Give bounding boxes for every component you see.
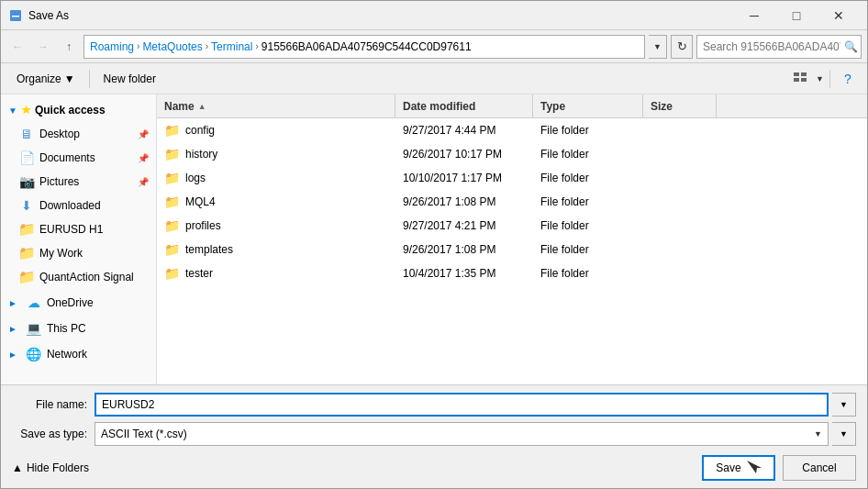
cell-name-4: 📁 profiles — [157, 218, 395, 233]
saveastype-row: Save as type: ASCII Text (*.csv) ▼ ▼ — [12, 422, 856, 446]
chevron-icon: › — [137, 41, 139, 51]
col-header-name[interactable]: Name ▲ — [157, 94, 395, 117]
svg-rect-2 — [794, 72, 799, 76]
saveastype-dropdown-arrow: ▼ — [814, 429, 822, 439]
cell-type-5: File folder — [533, 243, 643, 256]
sidebar-item-desktop[interactable]: 🖥 Desktop 📌 — [1, 122, 156, 146]
file-name-3: MQL4 — [185, 195, 216, 208]
mywork-folder-icon: 📁 — [19, 246, 34, 261]
desktop-icon: 🖥 — [19, 127, 34, 141]
sidebar-item-eurusd[interactable]: 📁 EURUSD H1 — [1, 217, 156, 241]
bottom-area: File name: ▼ Save as type: ASCII Text (*… — [1, 384, 867, 488]
folder-icon-1: 📁 — [164, 147, 180, 161]
search-box[interactable]: 🔍 — [696, 35, 862, 59]
sort-arrow-icon: ▲ — [198, 102, 206, 111]
sidebar-item-network[interactable]: ► 🌐 Network — [1, 342, 156, 366]
cursor-save-icon — [747, 461, 762, 475]
maximize-button[interactable]: □ — [775, 1, 818, 30]
sidebar-item-quantaction[interactable]: 📁 QuantAction Signal — [1, 265, 156, 289]
cell-type-4: File folder — [533, 219, 643, 232]
toolbar-separator-1 — [89, 70, 90, 88]
address-path[interactable]: Roaming › MetaQuotes › Terminal › 915566… — [83, 35, 645, 59]
main-area: ▼ ★ Quick access 🖥 Desktop 📌 📄 Documents… — [1, 94, 867, 384]
path-segment-id: 915566BA06ADA407569C544CC0D97611 — [262, 40, 472, 53]
col-header-date[interactable]: Date modified — [395, 94, 533, 117]
chevron-icon-3: › — [255, 41, 258, 51]
cell-date-2: 10/10/2017 1:17 PM — [395, 172, 533, 184]
sidebar-item-mywork-label: My Work — [39, 247, 83, 260]
cell-date-6: 10/4/2017 1:35 PM — [395, 267, 533, 280]
table-row[interactable]: 📁 logs 10/10/2017 1:17 PM File folder — [157, 166, 867, 190]
sidebar-item-pictures[interactable]: 📷 Pictures 📌 — [1, 170, 156, 194]
toolbar: Organize ▼ New folder ▼ ? — [1, 63, 867, 94]
chevron-right-icon-2: ► — [8, 324, 17, 334]
cell-name-3: 📁 MQL4 — [157, 194, 395, 209]
file-name-2: logs — [185, 172, 206, 184]
sidebar-item-network-label: Network — [47, 348, 87, 361]
path-segment-terminal[interactable]: Terminal — [211, 40, 252, 53]
quick-access-label: Quick access — [35, 104, 106, 117]
sidebar-item-documents[interactable]: 📄 Documents 📌 — [1, 146, 156, 170]
col-header-type[interactable]: Type — [533, 94, 643, 117]
documents-icon: 📄 — [19, 150, 34, 165]
quick-access-icon: ★ — [21, 104, 31, 117]
download-folder-icon: ⬇ — [19, 198, 34, 213]
hide-folders-button[interactable]: ▲ Hide Folders — [12, 461, 89, 474]
sidebar-item-eurusd-label: EURUSD H1 — [39, 223, 103, 236]
view-button[interactable] — [788, 67, 812, 91]
folder-icon-0: 📁 — [164, 123, 180, 138]
svg-rect-3 — [801, 72, 807, 76]
sidebar-item-desktop-label: Desktop — [39, 128, 80, 140]
filename-input-wrapper[interactable] — [95, 393, 829, 417]
table-row[interactable]: 📁 config 9/27/2017 4:44 PM File folder — [157, 118, 867, 142]
sidebar-item-onedrive-label: OneDrive — [47, 296, 94, 309]
file-rows: 📁 config 9/27/2017 4:44 PM File folder 📁… — [157, 118, 867, 384]
close-button[interactable]: ✕ — [818, 1, 860, 30]
file-name-0: config — [185, 124, 215, 137]
filename-dropdown-btn[interactable]: ▼ — [832, 393, 856, 417]
save-button[interactable]: Save — [702, 455, 775, 481]
path-segment-metaquotes[interactable]: MetaQuotes — [142, 40, 202, 53]
cell-type-3: File folder — [533, 195, 643, 208]
table-row[interactable]: 📁 tester 10/4/2017 1:35 PM File folder — [157, 261, 867, 285]
new-folder-label: New folder — [104, 72, 156, 85]
table-row[interactable]: 📁 history 9/26/2017 10:17 PM File folder — [157, 142, 867, 166]
table-row[interactable]: 📁 MQL4 9/26/2017 1:08 PM File folder — [157, 190, 867, 214]
help-button[interactable]: ? — [836, 67, 860, 91]
table-row[interactable]: 📁 templates 9/26/2017 1:08 PM File folde… — [157, 238, 867, 261]
search-input[interactable] — [703, 40, 840, 53]
minimize-button[interactable]: ─ — [733, 1, 775, 30]
path-segment-roaming[interactable]: Roaming — [90, 40, 134, 53]
cell-type-1: File folder — [533, 148, 643, 161]
sidebar-item-downloaded[interactable]: ⬇ Downloaded — [1, 194, 156, 217]
cell-name-5: 📁 templates — [157, 242, 395, 257]
back-button[interactable]: ← — [6, 36, 28, 58]
file-name-6: tester — [185, 267, 213, 280]
cancel-button[interactable]: Cancel — [783, 455, 856, 481]
forward-button[interactable]: → — [32, 36, 54, 58]
new-folder-button[interactable]: New folder — [95, 67, 164, 91]
sidebar-item-onedrive[interactable]: ► ☁ OneDrive — [1, 291, 156, 315]
address-dropdown[interactable]: ▼ — [649, 35, 667, 59]
pin-icon: 📌 — [138, 129, 149, 139]
refresh-button[interactable]: ↻ — [671, 35, 693, 59]
sidebar-item-thispc[interactable]: ► 💻 This PC — [1, 317, 156, 340]
file-name-1: history — [185, 148, 217, 161]
up-button[interactable]: ↑ — [58, 36, 80, 58]
quick-access-header[interactable]: ▼ ★ Quick access — [1, 98, 156, 122]
saveastype-dropdown[interactable]: ASCII Text (*.csv) ▼ — [95, 422, 829, 446]
organize-button[interactable]: Organize ▼ — [8, 67, 83, 91]
folder-icon-6: 📁 — [164, 266, 180, 281]
quick-access-section: ▼ ★ Quick access 🖥 Desktop 📌 📄 Documents… — [1, 98, 156, 289]
filename-input[interactable] — [102, 398, 821, 411]
chevron-down-icon: ▼ — [8, 106, 17, 116]
table-row[interactable]: 📁 profiles 9/27/2017 4:21 PM File folder — [157, 214, 867, 238]
sidebar-item-mywork[interactable]: 📁 My Work — [1, 241, 156, 265]
col-header-size[interactable]: Size — [643, 94, 717, 117]
sidebar-item-thispc-label: This PC — [47, 322, 86, 335]
onedrive-icon: ☁ — [27, 295, 41, 310]
file-name-5: templates — [185, 243, 233, 256]
saveastype-dropdown-btn[interactable]: ▼ — [832, 422, 856, 446]
cell-type-6: File folder — [533, 267, 643, 280]
chevron-up-icon: ▲ — [12, 461, 23, 474]
